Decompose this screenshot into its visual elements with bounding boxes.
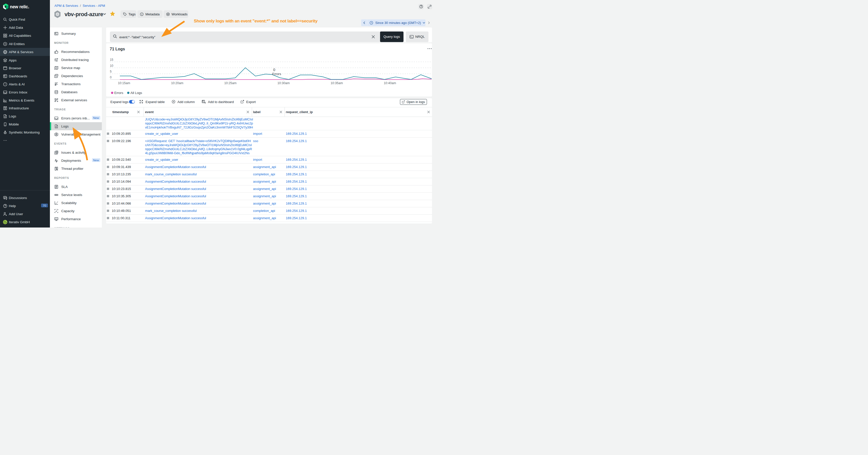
svg-text:10:20am: 10:20am [171, 81, 183, 85]
svg-text:new relic.: new relic. [10, 4, 29, 9]
svg-text:Errors: Errors [272, 72, 281, 76]
svg-text:10: 10 [110, 64, 114, 67]
svg-text:0: 0 [110, 75, 112, 79]
svg-text:0: 0 [273, 68, 275, 72]
svg-text:10:25am: 10:25am [224, 81, 237, 85]
svg-text:15: 15 [110, 58, 114, 62]
svg-text:10:15am: 10:15am [118, 81, 130, 85]
svg-text:10:35am: 10:35am [331, 81, 343, 85]
svg-text:10:30am: 10:30am [277, 81, 289, 85]
svg-text:Errors: Errors [114, 91, 123, 95]
svg-text:10:40am: 10:40am [383, 81, 396, 85]
svg-text:5: 5 [110, 70, 112, 73]
svg-text:All Logs: All Logs [130, 91, 142, 95]
